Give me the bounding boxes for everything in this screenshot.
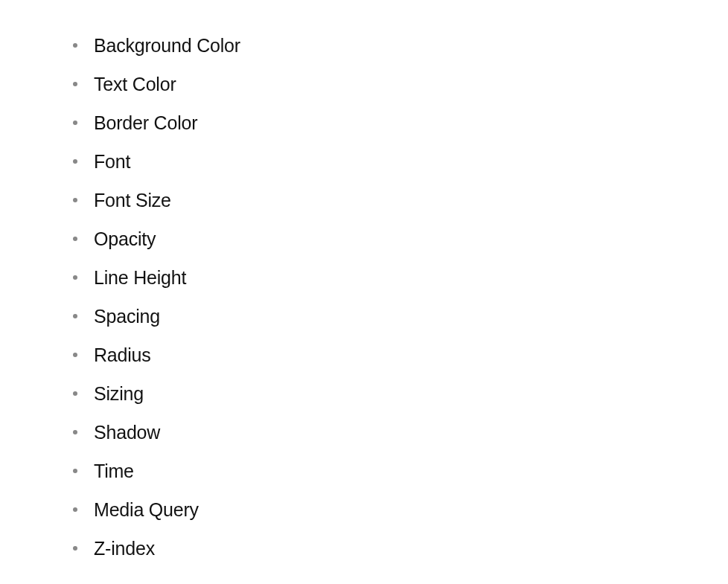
bullet-icon — [73, 237, 77, 241]
list-item: Spacing — [73, 297, 728, 336]
list-item: Sizing — [73, 374, 728, 413]
bullet-icon — [73, 314, 77, 318]
list-item-label: Spacing — [94, 306, 160, 327]
bullet-icon — [73, 121, 77, 125]
list-item: Opacity — [73, 219, 728, 258]
bullet-icon — [73, 353, 77, 357]
bullet-icon — [73, 159, 77, 164]
list-item: Radius — [73, 336, 728, 374]
list-item-label: Shadow — [94, 422, 160, 443]
bullet-icon — [73, 507, 77, 512]
list-item: Font — [73, 142, 728, 181]
list-item-label: Line Height — [94, 267, 186, 289]
list-item: Shadow — [73, 413, 728, 452]
list-item: Time — [73, 452, 728, 490]
list-item-label: Z-index — [94, 538, 155, 559]
list-item: Border Color — [73, 103, 728, 142]
list-item-label: Radius — [94, 344, 151, 366]
list-item: Font Size — [73, 181, 728, 219]
list-item: Line Height — [73, 258, 728, 297]
list-item-label: Font Size — [94, 190, 171, 211]
bullet-icon — [73, 430, 77, 434]
bullet-icon — [73, 43, 77, 48]
property-list: Background Color Text Color Border Color… — [73, 26, 728, 568]
bullet-icon — [73, 546, 77, 551]
list-item-label: Border Color — [94, 112, 197, 134]
list-item-label: Background Color — [94, 35, 240, 57]
list-item: Text Color — [73, 65, 728, 103]
list-item-label: Media Query — [94, 499, 199, 521]
list-item-label: Time — [94, 461, 134, 482]
bullet-icon — [73, 275, 77, 280]
list-item-label: Sizing — [94, 383, 144, 405]
list-item-label: Text Color — [94, 74, 176, 95]
bullet-icon — [73, 391, 77, 396]
bullet-icon — [73, 198, 77, 202]
bullet-icon — [73, 469, 77, 473]
list-item: Media Query — [73, 490, 728, 529]
list-item-label: Opacity — [94, 228, 156, 250]
list-item-label: Font — [94, 151, 130, 173]
list-item: Background Color — [73, 26, 728, 65]
list-item: Z-index — [73, 529, 728, 568]
bullet-icon — [73, 82, 77, 86]
